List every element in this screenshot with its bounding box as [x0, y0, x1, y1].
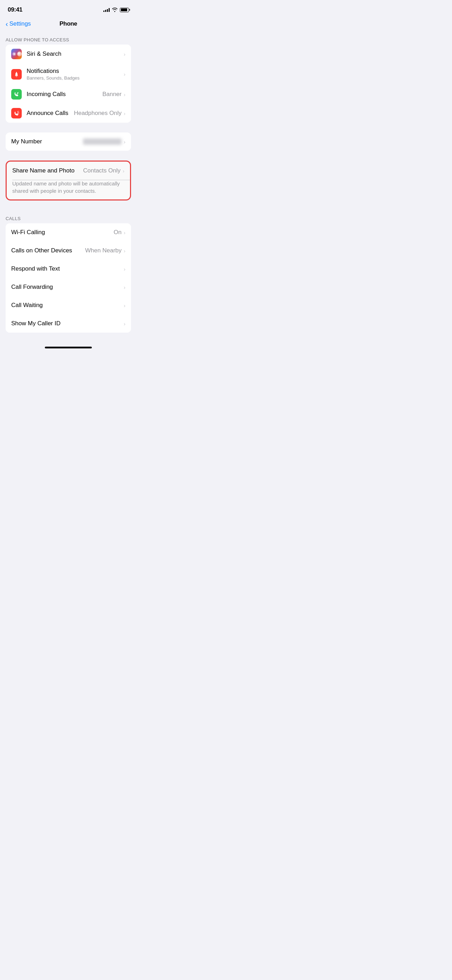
share-name-section: Share Name and Photo Contacts Only › Upd… — [0, 161, 137, 200]
my-number-chevron-icon: › — [124, 139, 126, 145]
wifi-calling-chevron-icon: › — [124, 230, 126, 235]
back-chevron-icon: ‹ — [6, 20, 8, 27]
calls-other-devices-value: When Nearby — [85, 247, 122, 254]
allow-access-header: ALLOW PHONE TO ACCESS — [0, 32, 137, 45]
wifi-calling-item[interactable]: Wi-Fi Calling On › — [6, 223, 131, 242]
announce-calls-chevron-icon: › — [124, 111, 126, 116]
show-caller-id-title: Show My Caller ID — [11, 320, 124, 327]
announce-calls-icon — [11, 108, 22, 118]
share-name-chevron-icon: › — [123, 168, 124, 173]
svg-point-1 — [13, 53, 16, 55]
calls-other-devices-chevron-icon: › — [124, 248, 126, 253]
svg-line-3 — [17, 92, 19, 94]
status-bar: 09:41 — [0, 0, 137, 18]
page-title: Phone — [60, 20, 77, 27]
show-caller-id-chevron-icon: › — [124, 321, 126, 326]
incoming-calls-title: Incoming Calls — [27, 91, 102, 98]
calls-section: CALLS Wi-Fi Calling On › Calls on Other … — [0, 210, 137, 332]
signal-icon — [103, 8, 110, 12]
announce-calls-item[interactable]: Announce Calls Headphones Only › — [6, 104, 131, 123]
notifications-item[interactable]: Notifications Banners, Sounds, Badges › — [6, 64, 131, 85]
siri-icon — [11, 49, 22, 59]
wifi-calling-title: Wi-Fi Calling — [11, 229, 113, 236]
call-forwarding-item[interactable]: Call Forwarding › — [6, 278, 131, 296]
home-indicator — [45, 347, 92, 348]
calls-other-devices-item[interactable]: Calls on Other Devices When Nearby › — [6, 242, 131, 260]
respond-text-title: Respond with Text — [11, 265, 124, 272]
incoming-calls-value: Banner — [102, 91, 122, 98]
allow-access-section: ALLOW PHONE TO ACCESS Siri & Search › — [0, 32, 137, 123]
announce-calls-value: Headphones Only — [74, 110, 122, 117]
notifications-chevron-icon: › — [124, 72, 126, 77]
svg-point-2 — [16, 72, 17, 73]
incoming-calls-item[interactable]: Incoming Calls Banner › — [6, 85, 131, 104]
share-name-value: Contacts Only — [83, 167, 121, 174]
battery-icon — [120, 8, 129, 12]
siri-item[interactable]: Siri & Search › — [6, 45, 131, 64]
call-waiting-item[interactable]: Call Waiting › — [6, 296, 131, 314]
share-name-item[interactable]: Share Name and Photo Contacts Only › — [6, 162, 130, 180]
my-number-value — [83, 138, 122, 145]
allow-access-card: Siri & Search › Notifications Banners, S… — [6, 45, 131, 123]
incoming-calls-chevron-icon: › — [124, 92, 126, 97]
respond-text-chevron-icon: › — [124, 266, 126, 272]
wifi-icon — [112, 7, 118, 13]
notifications-subtitle: Banners, Sounds, Badges — [27, 75, 124, 81]
back-label: Settings — [10, 20, 31, 27]
nav-bar: ‹ Settings Phone — [0, 18, 137, 32]
siri-title: Siri & Search — [27, 51, 124, 57]
notifications-title: Notifications — [27, 68, 124, 75]
back-button[interactable]: ‹ Settings — [6, 20, 31, 27]
wifi-calling-value: On — [113, 229, 122, 236]
my-number-title: My Number — [11, 138, 83, 145]
siri-chevron-icon: › — [124, 51, 126, 57]
share-name-title: Share Name and Photo — [12, 167, 83, 174]
my-number-item[interactable]: My Number › — [6, 132, 131, 151]
respond-text-item[interactable]: Respond with Text › — [6, 260, 131, 278]
notifications-icon — [11, 69, 22, 80]
calls-other-devices-title: Calls on Other Devices — [11, 247, 85, 254]
calls-header: CALLS — [0, 210, 137, 223]
my-number-card: My Number › — [6, 132, 131, 151]
show-caller-id-item[interactable]: Show My Caller ID › — [6, 314, 131, 332]
call-forwarding-title: Call Forwarding — [11, 283, 124, 291]
share-name-footer: Updated name and photo will be automatic… — [6, 180, 130, 199]
share-name-card: Share Name and Photo Contacts Only › Upd… — [6, 161, 131, 200]
call-waiting-title: Call Waiting — [11, 302, 124, 309]
calls-card: Wi-Fi Calling On › Calls on Other Device… — [6, 223, 131, 332]
status-time: 09:41 — [8, 6, 22, 13]
incoming-calls-icon — [11, 89, 22, 100]
status-icons — [103, 7, 129, 13]
call-forwarding-chevron-icon: › — [124, 285, 126, 290]
announce-calls-title: Announce Calls — [27, 110, 74, 117]
call-waiting-chevron-icon: › — [124, 303, 126, 308]
my-number-section: My Number › — [0, 132, 137, 151]
